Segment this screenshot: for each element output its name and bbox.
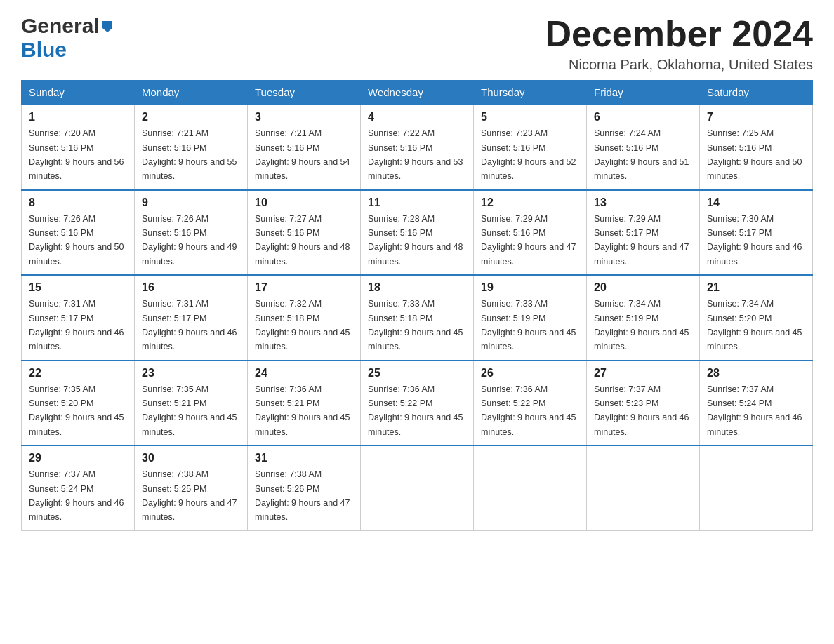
calendar-cell: 1 Sunrise: 7:20 AMSunset: 5:16 PMDayligh… <box>22 105 135 190</box>
day-number: 13 <box>594 196 692 209</box>
calendar-week-row: 29 Sunrise: 7:37 AMSunset: 5:24 PMDaylig… <box>22 445 813 530</box>
calendar-cell: 2 Sunrise: 7:21 AMSunset: 5:16 PMDayligh… <box>135 105 248 190</box>
calendar-cell: 21 Sunrise: 7:34 AMSunset: 5:20 PMDaylig… <box>700 275 813 361</box>
calendar-cell: 7 Sunrise: 7:25 AMSunset: 5:16 PMDayligh… <box>700 105 813 190</box>
day-info: Sunrise: 7:34 AMSunset: 5:19 PMDaylight:… <box>594 299 689 351</box>
logo-blue-text: Blue <box>21 38 67 62</box>
calendar-cell: 22 Sunrise: 7:35 AMSunset: 5:20 PMDaylig… <box>22 361 135 446</box>
calendar-cell: 9 Sunrise: 7:26 AMSunset: 5:16 PMDayligh… <box>135 190 248 276</box>
calendar-cell: 31 Sunrise: 7:38 AMSunset: 5:26 PMDaylig… <box>248 445 361 530</box>
day-number: 30 <box>142 452 240 464</box>
day-number: 8 <box>29 196 127 209</box>
day-info: Sunrise: 7:22 AMSunset: 5:16 PMDaylight:… <box>368 128 463 181</box>
title-block: December 2024 Nicoma Park, Oklahoma, Uni… <box>545 14 813 73</box>
calendar-cell <box>474 445 587 530</box>
day-info: Sunrise: 7:21 AMSunset: 5:16 PMDaylight:… <box>142 128 237 181</box>
day-number: 26 <box>481 367 579 380</box>
day-number: 2 <box>142 111 240 123</box>
calendar-header-sunday: Sunday <box>22 81 135 105</box>
calendar-cell <box>700 445 813 530</box>
calendar-cell <box>361 445 474 530</box>
calendar-cell: 14 Sunrise: 7:30 AMSunset: 5:17 PMDaylig… <box>700 190 813 276</box>
day-info: Sunrise: 7:26 AMSunset: 5:16 PMDaylight:… <box>29 214 124 267</box>
calendar-cell: 19 Sunrise: 7:33 AMSunset: 5:19 PMDaylig… <box>474 275 587 361</box>
day-number: 28 <box>707 367 805 380</box>
day-info: Sunrise: 7:31 AMSunset: 5:17 PMDaylight:… <box>29 299 124 351</box>
calendar-cell: 26 Sunrise: 7:36 AMSunset: 5:22 PMDaylig… <box>474 361 587 446</box>
day-number: 22 <box>29 367 127 380</box>
day-number: 21 <box>707 281 805 294</box>
calendar-cell: 30 Sunrise: 7:38 AMSunset: 5:25 PMDaylig… <box>135 445 248 530</box>
calendar-cell: 27 Sunrise: 7:37 AMSunset: 5:23 PMDaylig… <box>587 361 700 446</box>
calendar-header-friday: Friday <box>587 81 700 105</box>
calendar-table: SundayMondayTuesdayWednesdayThursdayFrid… <box>21 80 813 531</box>
day-info: Sunrise: 7:37 AMSunset: 5:24 PMDaylight:… <box>707 384 802 437</box>
calendar-header-thursday: Thursday <box>474 81 587 105</box>
calendar-cell: 16 Sunrise: 7:31 AMSunset: 5:17 PMDaylig… <box>135 275 248 361</box>
calendar-cell: 17 Sunrise: 7:32 AMSunset: 5:18 PMDaylig… <box>248 275 361 361</box>
day-info: Sunrise: 7:20 AMSunset: 5:16 PMDaylight:… <box>29 128 124 181</box>
calendar-cell <box>587 445 700 530</box>
day-number: 17 <box>255 281 353 294</box>
calendar-cell: 3 Sunrise: 7:21 AMSunset: 5:16 PMDayligh… <box>248 105 361 190</box>
day-number: 9 <box>142 196 240 209</box>
day-number: 11 <box>368 196 466 209</box>
calendar-cell: 4 Sunrise: 7:22 AMSunset: 5:16 PMDayligh… <box>361 105 474 190</box>
calendar-week-row: 1 Sunrise: 7:20 AMSunset: 5:16 PMDayligh… <box>22 105 813 190</box>
day-number: 12 <box>481 196 579 209</box>
calendar-header-wednesday: Wednesday <box>361 81 474 105</box>
day-info: Sunrise: 7:30 AMSunset: 5:17 PMDaylight:… <box>707 214 802 267</box>
calendar-cell: 11 Sunrise: 7:28 AMSunset: 5:16 PMDaylig… <box>361 190 474 276</box>
calendar-week-row: 8 Sunrise: 7:26 AMSunset: 5:16 PMDayligh… <box>22 190 813 276</box>
logo-general-text: General <box>21 14 100 38</box>
calendar-header-row: SundayMondayTuesdayWednesdayThursdayFrid… <box>22 81 813 105</box>
page-header: General Blue December 2024 Nicoma Park, … <box>21 14 813 73</box>
day-info: Sunrise: 7:29 AMSunset: 5:16 PMDaylight:… <box>481 214 576 267</box>
day-number: 7 <box>707 111 805 123</box>
day-info: Sunrise: 7:24 AMSunset: 5:16 PMDaylight:… <box>594 128 689 181</box>
day-number: 5 <box>481 111 579 123</box>
calendar-cell: 8 Sunrise: 7:26 AMSunset: 5:16 PMDayligh… <box>22 190 135 276</box>
calendar-header-monday: Monday <box>135 81 248 105</box>
day-number: 20 <box>594 281 692 294</box>
calendar-cell: 12 Sunrise: 7:29 AMSunset: 5:16 PMDaylig… <box>474 190 587 276</box>
calendar-cell: 28 Sunrise: 7:37 AMSunset: 5:24 PMDaylig… <box>700 361 813 446</box>
calendar-cell: 25 Sunrise: 7:36 AMSunset: 5:22 PMDaylig… <box>361 361 474 446</box>
day-number: 18 <box>368 281 466 294</box>
day-info: Sunrise: 7:33 AMSunset: 5:18 PMDaylight:… <box>368 299 463 351</box>
calendar-header-tuesday: Tuesday <box>248 81 361 105</box>
day-info: Sunrise: 7:33 AMSunset: 5:19 PMDaylight:… <box>481 299 576 351</box>
calendar-cell: 13 Sunrise: 7:29 AMSunset: 5:17 PMDaylig… <box>587 190 700 276</box>
day-info: Sunrise: 7:25 AMSunset: 5:16 PMDaylight:… <box>707 128 802 181</box>
day-number: 16 <box>142 281 240 294</box>
day-number: 6 <box>594 111 692 123</box>
calendar-cell: 23 Sunrise: 7:35 AMSunset: 5:21 PMDaylig… <box>135 361 248 446</box>
day-number: 25 <box>368 367 466 380</box>
day-number: 27 <box>594 367 692 380</box>
day-info: Sunrise: 7:23 AMSunset: 5:16 PMDaylight:… <box>481 128 576 181</box>
day-info: Sunrise: 7:36 AMSunset: 5:22 PMDaylight:… <box>368 384 463 437</box>
day-number: 19 <box>481 281 579 294</box>
day-number: 24 <box>255 367 353 380</box>
day-info: Sunrise: 7:38 AMSunset: 5:26 PMDaylight:… <box>255 469 350 522</box>
logo-arrow-icon <box>100 18 115 34</box>
day-number: 10 <box>255 196 353 209</box>
day-info: Sunrise: 7:28 AMSunset: 5:16 PMDaylight:… <box>368 214 463 267</box>
day-info: Sunrise: 7:36 AMSunset: 5:21 PMDaylight:… <box>255 384 350 437</box>
day-info: Sunrise: 7:38 AMSunset: 5:25 PMDaylight:… <box>142 469 237 522</box>
day-number: 1 <box>29 111 127 123</box>
day-info: Sunrise: 7:32 AMSunset: 5:18 PMDaylight:… <box>255 299 350 351</box>
day-info: Sunrise: 7:36 AMSunset: 5:22 PMDaylight:… <box>481 384 576 437</box>
day-info: Sunrise: 7:34 AMSunset: 5:20 PMDaylight:… <box>707 299 802 351</box>
day-number: 3 <box>255 111 353 123</box>
day-number: 15 <box>29 281 127 294</box>
calendar-cell: 6 Sunrise: 7:24 AMSunset: 5:16 PMDayligh… <box>587 105 700 190</box>
calendar-week-row: 15 Sunrise: 7:31 AMSunset: 5:17 PMDaylig… <box>22 275 813 361</box>
calendar-header-saturday: Saturday <box>700 81 813 105</box>
month-title: December 2024 <box>545 14 813 54</box>
location-text: Nicoma Park, Oklahoma, United States <box>545 57 813 73</box>
day-info: Sunrise: 7:26 AMSunset: 5:16 PMDaylight:… <box>142 214 237 267</box>
calendar-cell: 15 Sunrise: 7:31 AMSunset: 5:17 PMDaylig… <box>22 275 135 361</box>
day-info: Sunrise: 7:35 AMSunset: 5:20 PMDaylight:… <box>29 384 124 437</box>
day-info: Sunrise: 7:35 AMSunset: 5:21 PMDaylight:… <box>142 384 237 437</box>
